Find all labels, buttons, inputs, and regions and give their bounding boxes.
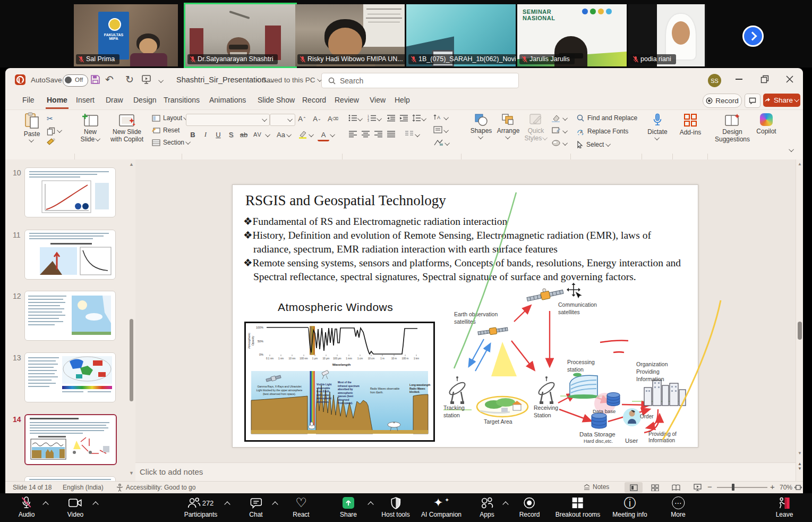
share-button[interactable]: Share <box>763 94 800 107</box>
decrease-font-size-button[interactable]: A⌄ <box>311 113 323 124</box>
language-selector[interactable]: English (India) <box>63 484 104 491</box>
line-spacing-button[interactable] <box>412 114 421 122</box>
document-scrollbar[interactable]: ▲ ▼ ▲▼ <box>796 159 803 481</box>
tab-record[interactable]: Record <box>301 92 327 107</box>
align-center-button[interactable] <box>361 130 370 138</box>
video-tile-risky[interactable]: Risky Hadi Wibowo FMIPA UN... <box>295 4 405 66</box>
shapes-button[interactable]: Shapes <box>468 113 494 139</box>
clear-formatting-button[interactable]: A⌫ <box>327 113 339 124</box>
audio-options-chevron[interactable] <box>42 501 48 507</box>
layout-button[interactable]: Layout <box>152 114 189 122</box>
shape-outline-button[interactable] <box>551 127 561 134</box>
accessibility-status[interactable]: Accessibility: Good to go <box>126 484 195 491</box>
shape-fill-button[interactable] <box>551 114 561 122</box>
chat-button[interactable]: Chat <box>249 496 262 518</box>
tab-file[interactable]: File <box>21 92 36 107</box>
shape-effects-button[interactable] <box>551 139 561 147</box>
panel-scrollbar-thumb[interactable] <box>130 319 133 401</box>
host-tools-button[interactable]: Host tools <box>381 496 409 518</box>
video-options-chevron[interactable] <box>92 501 98 507</box>
restore-window-button[interactable] <box>760 75 769 83</box>
video-tile-sarah[interactable]: 1B_(075)_SARAH_1b(062)_Novi... <box>406 4 516 66</box>
tab-animations[interactable]: Animations <box>208 92 247 107</box>
design-suggestions-button[interactable]: DesignSuggestions <box>712 113 753 143</box>
more-button[interactable]: ⋯ More <box>671 496 685 518</box>
new-slide-with-copilot-button[interactable]: New Slidewith Copilot <box>105 113 149 143</box>
video-button[interactable]: Video <box>67 496 83 518</box>
paste-button[interactable]: Paste <box>18 112 46 147</box>
underline-button[interactable]: U <box>212 129 224 140</box>
reset-button[interactable]: Reset <box>152 127 180 134</box>
document-title[interactable]: Shashtri_Sir_Presentation.... <box>176 75 275 84</box>
font-color-chevron[interactable] <box>330 132 335 137</box>
save-icon[interactable] <box>90 74 100 85</box>
undo-icon[interactable]: ↶ <box>105 73 114 86</box>
scroll-up-arrow[interactable]: ▲ <box>798 162 802 166</box>
numbering-chevron[interactable] <box>377 116 382 121</box>
zoom-slider-track[interactable] <box>717 487 767 488</box>
text-direction-button[interactable]: A <box>433 113 442 121</box>
highlight-chevron[interactable] <box>309 132 314 137</box>
autosave-toggle[interactable]: Off <box>63 74 88 87</box>
font-size-combobox[interactable] <box>270 114 295 126</box>
italic-button[interactable]: I <box>200 129 211 140</box>
copy-button[interactable] <box>47 127 55 136</box>
tab-help[interactable]: Help <box>394 92 411 107</box>
slideshow-view-button[interactable] <box>688 482 706 493</box>
scrollbar-thumb[interactable] <box>798 322 802 340</box>
find-and-replace-button[interactable]: Find and Replace <box>577 114 637 122</box>
tab-view[interactable]: View <box>369 92 387 107</box>
slide-thumbnail-11[interactable] <box>24 230 116 280</box>
character-spacing-chevron[interactable] <box>265 132 270 137</box>
collapse-ribbon-chevron[interactable] <box>789 147 794 152</box>
new-slide-button[interactable]: NewSlide <box>79 113 102 143</box>
audio-button[interactable]: Audio <box>19 496 35 518</box>
slide-title[interactable]: RSGIS and Geospatial Technology <box>245 192 446 209</box>
search-input[interactable]: Search <box>321 73 519 88</box>
account-avatar[interactable]: SS <box>708 74 721 87</box>
participants-options-chevron[interactable] <box>224 501 230 507</box>
meeting-info-button[interactable]: ⓘ Meeting info <box>612 496 647 518</box>
replace-fonts-button[interactable]: A Replace Fonts <box>577 128 628 135</box>
align-text-button[interactable] <box>433 126 442 133</box>
panel-scroll-down-arrow[interactable]: ▼ <box>129 470 133 476</box>
bullets-button[interactable] <box>348 114 357 122</box>
scroll-down-arrow[interactable]: ▼ <box>798 451 802 456</box>
zoom-slider-thumb[interactable] <box>732 484 734 491</box>
align-left-button[interactable] <box>348 130 357 138</box>
share-screen-button[interactable]: Share <box>340 496 357 518</box>
tab-slide-show[interactable]: Slide Show <box>257 92 296 107</box>
text-direction-chevron[interactable] <box>443 115 449 120</box>
align-right-button[interactable] <box>374 130 383 138</box>
panel-scroll-up-arrow[interactable]: ▲ <box>129 162 133 167</box>
reading-view-button[interactable] <box>667 482 685 493</box>
start-slideshow-icon[interactable] <box>141 74 151 85</box>
shape-fill-chevron[interactable] <box>562 115 568 121</box>
notes-placeholder[interactable]: Click to add notes <box>140 467 203 476</box>
slide-thumbnail-10[interactable] <box>24 167 116 217</box>
participants-button[interactable]: 272 Participants <box>184 496 218 518</box>
slide-sorter-view-button[interactable] <box>646 482 664 493</box>
previous-slide-button[interactable]: ▲▼ <box>798 461 802 471</box>
redo-icon[interactable]: ↻ <box>125 73 134 86</box>
breakout-rooms-button[interactable]: Breakout rooms <box>555 496 601 518</box>
smartart-chevron[interactable] <box>445 140 450 146</box>
numbering-button[interactable]: 123 <box>367 114 377 122</box>
ai-companion-button[interactable]: ✦✦ AI Companion <box>421 496 461 518</box>
font-color-button[interactable]: A <box>318 129 329 141</box>
bold-button[interactable]: B <box>187 129 199 140</box>
character-spacing-button[interactable]: AV <box>252 129 263 140</box>
leave-meeting-button[interactable]: Leave <box>776 496 793 518</box>
react-button[interactable]: ♡ React <box>293 496 309 518</box>
columns-chevron[interactable] <box>415 132 420 137</box>
quick-styles-button[interactable]: QuickStyles <box>523 113 549 142</box>
change-case-chevron[interactable] <box>286 132 292 137</box>
align-text-chevron[interactable] <box>443 128 449 133</box>
change-case-button[interactable]: Aa <box>275 129 287 140</box>
arrange-button[interactable]: Arrange <box>495 113 522 139</box>
text-shadow-button[interactable]: S <box>225 129 237 140</box>
decrease-indent-button[interactable] <box>387 114 396 122</box>
fit-slide-to-window-button[interactable] <box>794 484 802 491</box>
quick-access-toolbar-chevron[interactable] <box>155 74 168 87</box>
columns-button[interactable] <box>405 130 414 138</box>
